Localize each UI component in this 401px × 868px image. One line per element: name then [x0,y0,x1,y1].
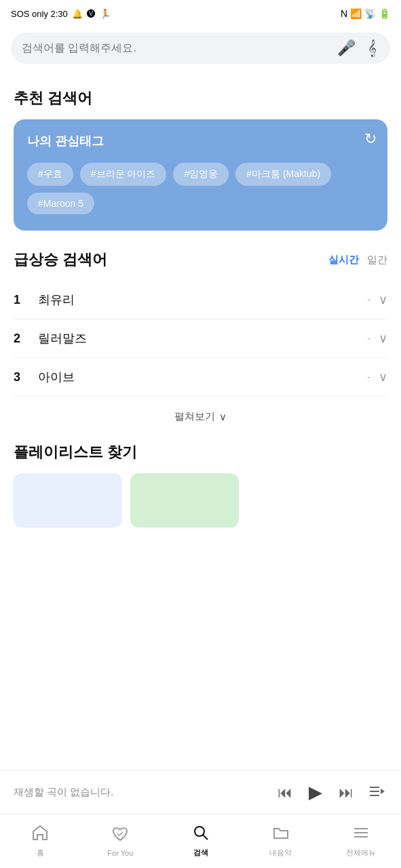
mic-button[interactable]: 🎤 [335,39,358,57]
battery-icon: 🔋 [379,8,390,19]
wifi-icon: 📡 [364,8,376,19]
tag-chip-1[interactable]: #우효 [27,163,73,186]
tag-chip-2[interactable]: #브라운 아이즈 [80,163,167,186]
trending-name-1: 최유리 [38,292,367,308]
nav-my-music-label: 내음악 [269,848,292,858]
playlist-section: 플레이리스트 찾기 [14,442,387,528]
chevron-icon-1: ∨ [379,292,387,307]
trending-change-2: - [367,333,370,344]
tag-chip-4[interactable]: #마크툼 (Maktub) [235,163,331,186]
trending-name-3: 아이브 [38,369,367,385]
tag-chip-5[interactable]: #Maroon 5 [27,193,94,214]
expand-label: 펼쳐보기 [174,410,215,423]
trending-change-1: - [367,294,370,305]
menu-icon [352,825,370,845]
folder-icon [272,825,290,845]
signal-icon: 📶 [350,8,362,19]
nav-for-you[interactable]: For You [80,814,160,868]
search-bar-container: 🎤 𝄞 [0,27,401,75]
nav-search-label: 검색 [193,848,208,858]
svg-point-4 [195,827,204,836]
nav-home-label: 홈 [37,848,44,858]
nav-search[interactable]: 검색 [160,814,240,868]
play-button[interactable]: ▶ [306,782,325,803]
trending-tabs: 실시간 일간 [328,254,387,267]
nav-my-music[interactable]: 내음악 [241,814,321,868]
status-bar: SOS only 2:30 🔔 🅥 🏃 N 📶 📡 🔋 [0,0,401,27]
playlist-card-2[interactable] [130,473,239,528]
trending-item-2[interactable]: 2 릴러말즈 - ∨ [14,319,387,358]
interest-card-title: 나의 관심태그 [27,133,374,149]
prev-button[interactable]: ⏮ [275,784,295,802]
svg-line-5 [203,835,208,840]
trending-tab-realtime[interactable]: 실시간 [328,254,359,267]
trending-tab-daily[interactable]: 일간 [367,254,387,267]
search-nav-icon [192,825,210,845]
heart-icon [111,826,129,846]
trending-rank-2: 2 [14,332,33,346]
playlist-card-1[interactable] [14,473,122,528]
nav-for-you-label: For You [107,849,133,857]
expand-chevron-icon: ∨ [219,411,227,423]
trending-change-3: - [367,372,370,382]
trending-rank-1: 1 [14,293,33,307]
next-button[interactable]: ⏭ [336,784,356,802]
trending-item-1[interactable]: 1 최유리 - ∨ [14,281,387,319]
trending-title: 급상승 검색어 [14,250,107,270]
trending-header: 급상승 검색어 실시간 일간 [14,250,387,270]
player-bar: 재생할 곡이 없습니다. ⏮ ▶ ⏭ [0,770,401,814]
status-text: SOS only 2:30 [11,9,68,19]
interest-card: 나의 관심태그 ↻ #우효 #브라운 아이즈 #임영웅 #마크툼 (Maktub… [14,119,387,231]
status-right: N 📶 📡 🔋 [341,8,390,19]
bell-icon: 🔔 [72,9,83,19]
main-content: 추천 검색어 나의 관심태그 ↻ #우효 #브라운 아이즈 #임영웅 #마크툼 … [0,75,401,770]
search-bar: 🎤 𝄞 [11,33,390,64]
nav-all-menu-label: 전체메뉴 [346,848,376,858]
expand-button[interactable]: 펼쳐보기 ∨ [14,397,387,437]
chevron-icon-3: ∨ [379,370,387,384]
trending-rank-3: 3 [14,370,33,384]
no-song-text: 재생할 곡이 없습니다. [14,786,264,799]
trending-item-3[interactable]: 3 아이브 - ∨ [14,358,387,397]
vpn-icon: 🅥 [87,9,96,19]
status-left: SOS only 2:30 🔔 🅥 🏃 [11,9,111,19]
bottom-nav: 홈 For You 검색 내음악 [0,814,401,868]
svg-marker-3 [381,789,385,794]
nfc-icon: N [341,8,347,19]
running-icon: 🏃 [100,9,111,19]
recommend-section-title: 추천 검색어 [14,88,387,108]
trending-name-2: 릴러말즈 [38,330,367,347]
playlist-title: 플레이리스트 찾기 [14,442,387,462]
chevron-icon-2: ∨ [379,331,387,346]
playlist-cards [14,473,387,528]
refresh-button[interactable]: ↻ [364,130,377,148]
tags-row: #우효 #브라운 아이즈 #임영웅 #마크툼 (Maktub) #Maroon … [27,163,374,214]
music-search-button[interactable]: 𝄞 [365,39,379,57]
tag-chip-3[interactable]: #임영웅 [173,163,229,186]
home-icon [31,825,49,845]
nav-home[interactable]: 홈 [0,814,80,868]
nav-all-menu[interactable]: 전체메뉴 [321,814,401,868]
search-input[interactable] [22,42,328,54]
queue-button[interactable] [367,784,387,802]
